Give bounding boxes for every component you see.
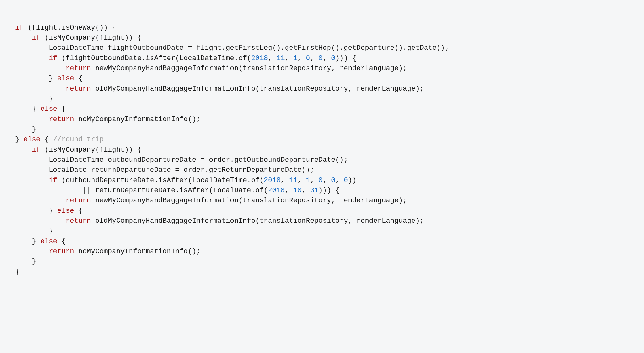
code-token-txt: { (57, 105, 66, 113)
code-token-num: 0 (331, 54, 335, 62)
code-token-txt: )) (348, 176, 357, 184)
code-token-kw: else (40, 238, 57, 245)
code-token-txt: { (40, 136, 53, 143)
code-token-txt: ))) { (336, 54, 357, 62)
code-token-num: 11 (276, 54, 285, 62)
code-token-kw: if (32, 34, 41, 42)
code-token-num: 11 (289, 176, 297, 184)
code-token-txt (15, 217, 66, 225)
code-token-txt: } (15, 227, 53, 235)
code-token-txt: } (15, 126, 36, 133)
code-token-kw: return (66, 217, 91, 225)
code-token-kw: return (49, 115, 74, 123)
code-token-num: 2018 (264, 176, 281, 184)
code-token-txt: } (15, 95, 53, 103)
code-token-txt (15, 146, 32, 154)
code-token-txt: , (285, 187, 293, 194)
code-block: if (flight.isOneWay()) { if (isMyCompany… (15, 23, 644, 277)
code-token-txt: { (74, 75, 83, 82)
code-token-num: 0 (319, 54, 323, 62)
code-token-txt: { (74, 207, 83, 215)
code-token-txt: (flight.isOneWay()) { (24, 24, 116, 32)
code-token-txt (15, 34, 32, 42)
code-token-txt: , (297, 176, 306, 184)
code-token-num: 31 (310, 187, 319, 194)
code-token-kw: if (15, 24, 24, 32)
code-token-txt: { (57, 238, 66, 245)
code-token-txt: , (297, 54, 306, 62)
code-token-kw: return (49, 248, 74, 255)
code-token-kw: return (66, 197, 91, 205)
code-token-num: 10 (293, 187, 302, 194)
code-token-txt: LocalDate returnDepartureDate = order.ge… (15, 166, 314, 174)
code-token-txt: oldMyCompanyHandBaggageInformationInfo(t… (91, 85, 424, 93)
code-token-txt: , (336, 176, 344, 184)
code-token-num: 2018 (251, 54, 268, 62)
code-token-kw: if (32, 146, 41, 154)
code-token-txt: , (323, 176, 331, 184)
code-token-txt: , (302, 187, 310, 194)
code-token-txt: } (15, 268, 19, 276)
code-token-txt: noMyCompanyInformationInfo(); (74, 248, 201, 255)
code-token-txt (15, 115, 49, 123)
code-token-txt (15, 85, 66, 93)
code-token-txt: noMyCompanyInformationInfo(); (74, 115, 201, 123)
code-token-num: 1 (306, 176, 310, 184)
code-token-txt: (isMyCompany(flight)) { (40, 146, 142, 154)
code-token-kw: return (66, 64, 91, 72)
code-token-kw: else (40, 105, 57, 113)
code-token-txt: , (285, 54, 293, 62)
code-token-kw: if (49, 176, 57, 184)
code-token-txt (15, 54, 49, 62)
code-token-num: 0 (344, 176, 348, 184)
code-token-txt: , (268, 54, 276, 62)
code-token-txt: , (310, 176, 319, 184)
code-token-txt: , (310, 54, 319, 62)
code-token-txt: || returnDepartureDate.isAfter(LocalDate… (15, 187, 268, 194)
code-token-txt: , (323, 54, 331, 62)
code-token-num: 2018 (268, 187, 285, 194)
code-token-num: 0 (331, 176, 335, 184)
code-token-txt: LocalDateTime outboundDepartureDate = or… (15, 156, 348, 164)
code-token-txt: LocalDateTime flightOutboundDate = fligh… (15, 44, 449, 52)
code-token-num: 0 (306, 54, 310, 62)
code-token-txt: } (15, 136, 24, 143)
code-token-kw: else (57, 75, 74, 82)
code-token-txt: } (15, 207, 57, 215)
code-token-txt (15, 64, 66, 72)
code-token-txt: oldMyCompanyHandBaggageInformationInfo(t… (91, 217, 424, 225)
code-token-txt: } (15, 75, 57, 82)
code-token-kw: else (24, 136, 41, 143)
code-token-kw: if (49, 54, 57, 62)
code-token-kw: else (57, 207, 74, 215)
code-token-txt: newMyCompanyHandBaggageInformation(trans… (91, 64, 407, 72)
code-token-txt: (isMyCompany(flight)) { (40, 34, 142, 42)
code-token-num: 1 (293, 54, 297, 62)
code-token-txt (15, 176, 49, 184)
code-token-kw: return (66, 85, 91, 93)
code-token-txt: newMyCompanyHandBaggageInformation(trans… (91, 197, 407, 205)
code-token-txt: } (15, 258, 36, 266)
code-token-txt (15, 197, 66, 205)
code-token-txt: } (15, 238, 40, 245)
code-token-txt: (flightOutboundDate.isAfter(LocalDateTim… (57, 54, 251, 62)
code-token-txt: ))) { (319, 187, 340, 194)
code-token-txt: , (280, 176, 289, 184)
code-token-num: 0 (319, 176, 323, 184)
code-token-txt: } (15, 105, 40, 113)
code-token-cmt: //round trip (53, 136, 104, 143)
code-token-txt: (outboundDepartureDate.isAfter(LocalDate… (57, 176, 264, 184)
code-token-txt (15, 248, 49, 255)
